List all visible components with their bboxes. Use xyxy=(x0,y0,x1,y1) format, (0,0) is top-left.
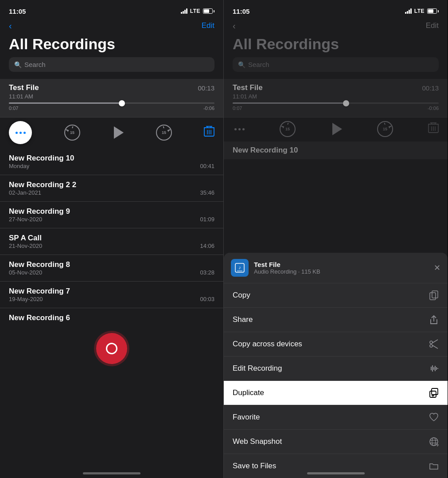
list-item-title: SP A Call xyxy=(9,234,214,243)
svg-point-29 xyxy=(430,341,432,344)
active-recording[interactable]: Test File 00:13 11:01 AM 0:07 -0:06 xyxy=(0,79,223,118)
forward-icon-right: 15 xyxy=(379,123,391,135)
chevron-left-icon-right: ‹ xyxy=(233,21,236,30)
recording-title: Test File xyxy=(9,83,39,92)
svg-text:15: 15 xyxy=(285,127,290,131)
web-icon: P xyxy=(429,437,439,447)
list-item-duration: 00:03 xyxy=(200,296,214,302)
signal-bars-right xyxy=(405,8,412,14)
list-item[interactable]: New Recording 10 Monday 00:41 xyxy=(0,149,223,175)
dot-2 xyxy=(19,132,22,134)
list-item-row: 19-May-2020 00:03 xyxy=(9,296,214,302)
share-popup: ♪ Test File Audio Recording · 115 KB ✕ C… xyxy=(224,253,448,478)
home-indicator-right xyxy=(307,472,365,474)
close-button[interactable]: ✕ xyxy=(434,263,440,273)
signal-bar-1 xyxy=(181,12,182,14)
menu-item-share[interactable]: Share xyxy=(224,308,448,332)
menu-item-label: Edit Recording xyxy=(233,364,282,373)
list-item[interactable]: New Recording 2 2 02-Jan-2021 35:46 xyxy=(0,175,223,202)
audio-file-icon: ♪ xyxy=(235,263,245,273)
search-placeholder-right: Search xyxy=(248,61,269,68)
signal-bar-r4 xyxy=(410,8,412,14)
progress-container[interactable]: 0:07 -0:06 xyxy=(9,100,214,113)
file-meta: Audio Recording · 115 KB xyxy=(254,268,429,275)
back-button-right[interactable]: ‹ xyxy=(233,21,236,30)
record-button[interactable] xyxy=(96,333,127,364)
active-recording-right: Test File 00:13 11:01 AM 0:07 -0:06 xyxy=(224,79,448,118)
list-item-row: 02-Jan-2021 35:46 xyxy=(9,189,214,196)
search-bar[interactable]: 🔍 Search xyxy=(9,57,214,72)
rewind-button[interactable]: 15 xyxy=(64,125,80,141)
progress-start: 0:07 xyxy=(9,106,18,111)
menu-item-copy-across[interactable]: Copy across devices xyxy=(224,332,448,357)
list-item-date: 21-Nov-2020 xyxy=(9,243,42,249)
home-indicator xyxy=(83,472,140,474)
list-item-title: New Recording 7 xyxy=(9,287,214,296)
svg-point-30 xyxy=(430,345,432,347)
battery-tip-right xyxy=(438,10,439,12)
status-bar: 11:05 LTE xyxy=(0,0,223,20)
new-recording-10-partial: New Recording 10 xyxy=(224,141,448,159)
menu-item-edit-recording[interactable]: Edit Recording xyxy=(224,357,448,381)
battery-tip xyxy=(214,10,214,12)
more-button[interactable] xyxy=(9,121,32,144)
status-time-right: 11:05 xyxy=(233,8,249,15)
list-item[interactable]: New Recording 8 05-Nov-2020 03:28 xyxy=(0,255,223,282)
forward-button[interactable]: 15 xyxy=(156,125,172,141)
back-button[interactable]: ‹ xyxy=(9,21,12,30)
list-item-title: New Recording 2 2 xyxy=(9,180,214,189)
status-icons-right: LTE xyxy=(405,8,439,14)
battery-icon-right xyxy=(427,8,439,14)
list-item[interactable]: SP A Call 21-Nov-2020 14:06 xyxy=(0,228,223,255)
rewind-icon: 15 xyxy=(66,126,78,139)
right-panel: 11:05 LTE ‹ Edit All Recordings xyxy=(224,0,448,478)
progress-end-right: -0:06 xyxy=(428,106,439,111)
battery-fill-right xyxy=(428,9,433,13)
trash-icon xyxy=(204,125,214,137)
menu-item-label: Favorite xyxy=(233,413,260,422)
svg-text:P: P xyxy=(437,443,439,447)
play-button-right xyxy=(331,123,342,135)
play-button[interactable] xyxy=(112,126,124,139)
new-rec-10-title: New Recording 10 xyxy=(233,146,298,154)
status-icons: LTE xyxy=(181,8,214,14)
edit-button[interactable]: Edit xyxy=(202,21,214,30)
file-icon: ♪ xyxy=(231,259,249,277)
edit-button-right[interactable]: Edit xyxy=(426,21,439,30)
signal-bar-2 xyxy=(183,11,184,14)
list-item-duration: 01:09 xyxy=(200,216,214,223)
menu-item-favorite[interactable]: Favorite xyxy=(224,405,448,430)
page-title-right: All Recordings xyxy=(224,34,448,57)
list-item-date: 05-Nov-2020 xyxy=(9,269,42,276)
file-card: ♪ Test File Audio Recording · 115 KB ✕ xyxy=(224,253,448,283)
list-item-title: New Recording 10 xyxy=(9,154,214,163)
more-dots-right xyxy=(233,128,245,130)
list-item-date: 19-May-2020 xyxy=(9,296,43,302)
menu-item-label: Save to Files xyxy=(233,462,276,470)
progress-track[interactable] xyxy=(9,102,214,104)
delete-button[interactable] xyxy=(204,125,214,140)
signal-bar-4 xyxy=(186,8,187,14)
search-bar-right: 🔍 Search xyxy=(233,57,439,72)
dot-3 xyxy=(23,132,26,134)
progress-times-right: 0:07 -0:06 xyxy=(233,106,439,111)
file-name: Test File xyxy=(254,261,429,268)
menu-item-copy[interactable]: Copy xyxy=(224,283,448,308)
list-item-date: 02-Jan-2021 xyxy=(9,189,41,196)
list-item[interactable]: New Recording 9 27-Nov-2020 01:09 xyxy=(0,202,223,228)
progress-thumb[interactable] xyxy=(119,100,125,106)
progress-container-right: 0:07 -0:06 xyxy=(233,100,439,113)
controls-row: 15 15 xyxy=(0,118,223,149)
delete-button-right xyxy=(428,122,439,136)
list-item[interactable]: New Recording 6 xyxy=(0,308,223,324)
list-item[interactable]: New Recording 7 19-May-2020 00:03 xyxy=(0,282,223,308)
svg-text:♪: ♪ xyxy=(238,265,241,270)
controls-row-right: 15 15 xyxy=(224,118,448,141)
menu-item-web-snapshot[interactable]: Web Snapshot P xyxy=(224,430,448,454)
list-item-date: 27-Nov-2020 xyxy=(9,216,42,223)
recordings-list: New Recording 10 Monday 00:41 New Record… xyxy=(0,149,223,324)
progress-times: 0:07 -0:06 xyxy=(9,106,214,111)
menu-item-duplicate[interactable]: Duplicate xyxy=(224,381,448,405)
list-item-title: New Recording 9 xyxy=(9,207,214,216)
recording-date: 11:01 AM xyxy=(9,93,33,100)
